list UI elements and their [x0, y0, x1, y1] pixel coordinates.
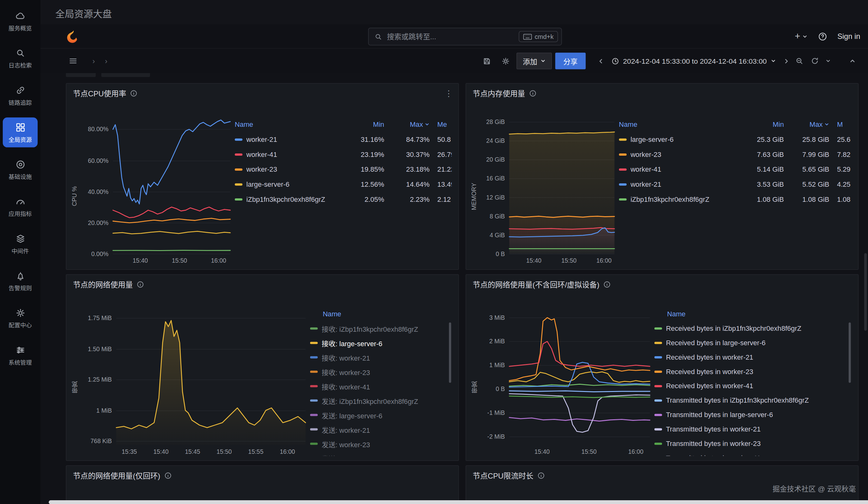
dashboard-settings-button[interactable]	[498, 53, 513, 68]
kiosk-mode-button[interactable]	[845, 53, 860, 68]
sidebar-item-app-metrics[interactable]: 应用指标	[3, 192, 38, 222]
breadcrumb-item[interactable]	[100, 57, 113, 65]
legend-header-name[interactable]: Name	[619, 121, 743, 128]
sidebar-item-infrastructure[interactable]: 基础设施	[3, 155, 38, 184]
cpu-usage-chart[interactable]: 0.00%20.00%40.00%60.00%80.00%15:4015:501…	[82, 117, 230, 264]
legend-row[interactable]: worker-23 7.63 GiB 7.99 GiB 7.82	[619, 147, 851, 162]
legend-row[interactable]: worker-21 3.53 GiB 5.52 GiB 4.25	[619, 177, 851, 192]
sidebar-item-tracing[interactable]: 链路追踪	[3, 80, 38, 110]
scrollbar-thumb[interactable]	[449, 323, 451, 383]
panel-header[interactable]: 节点的网络使用量	[66, 275, 458, 294]
legend-item[interactable]: Transmitted bytes in worker-21	[654, 422, 851, 436]
y-axis-label: CPU %	[71, 175, 78, 206]
legend-header-name[interactable]: Name	[654, 307, 851, 321]
help-button[interactable]	[817, 31, 828, 41]
add-menu-button[interactable]: +	[795, 32, 807, 41]
dashboard-scrollbar[interactable]	[864, 253, 867, 331]
info-icon[interactable]	[603, 281, 611, 288]
refresh-button[interactable]	[807, 53, 823, 68]
scrollbar-thumb[interactable]	[849, 323, 851, 383]
legend-header-name[interactable]: Name	[235, 121, 343, 128]
legend-item[interactable]: Received bytes in large-server-6	[654, 336, 851, 350]
legend-item[interactable]: 接收: worker-41	[310, 379, 452, 393]
cloud-icon	[15, 10, 26, 21]
legend-header-name[interactable]: Name	[310, 307, 452, 321]
legend-item[interactable]: 发送: worker-21	[310, 422, 452, 436]
legend-header-max[interactable]: Max	[384, 121, 430, 128]
network-usage-chart[interactable]: 768 KiB1 MiB1.25 MiB1.50 MiB1.75 MiB15:3…	[84, 307, 306, 456]
legend-item[interactable]: Received bytes in worker-21	[654, 350, 851, 365]
legend-item[interactable]: 发送: iZbp1fn3kpchr0exh8f6grZ	[310, 393, 452, 408]
panel-header[interactable]: 节点CPU使用率 ⋮	[66, 84, 458, 103]
legend-scrollbar[interactable]	[849, 322, 851, 453]
legend-item[interactable]: 接收: worker-21	[310, 350, 452, 365]
panel-menu-icon[interactable]: ⋮	[445, 89, 453, 97]
panel-header[interactable]: 节点CPU限流时长	[466, 466, 858, 485]
info-icon[interactable]	[164, 472, 171, 479]
legend-item[interactable]: 发送: large-server-6	[310, 408, 452, 422]
legend-scrollbar[interactable]	[449, 322, 451, 453]
horizontal-scrollbar[interactable]	[49, 500, 868, 504]
legend-row[interactable]: worker-41 23.19% 30.37% 26.79	[235, 147, 452, 162]
legend-row[interactable]: large-server-6 25.3 GiB 25.8 GiB 25.6	[619, 132, 851, 147]
legend-item[interactable]: Transmitted bytes in iZbp1fn3kpchr0exh8f…	[654, 393, 851, 408]
memory-usage-chart[interactable]: 0 B4 GiB8 GiB12 GiB16 GiB20 GiB24 GiB28 …	[482, 117, 614, 264]
legend-item[interactable]: Received bytes in iZbp1fn3kpchr0exh8f6gr…	[654, 321, 851, 336]
breadcrumb-item[interactable]	[87, 57, 100, 65]
share-button[interactable]: 分享	[555, 53, 585, 69]
network-usage-excl-loopback-chart[interactable]: -2 MiB-1 MiB0 B1 MiB2 MiB3 MiB15:4015:50…	[484, 307, 650, 456]
series-color-marker	[619, 168, 627, 170]
legend-item[interactable]: 发送: worker-23	[310, 436, 452, 451]
info-icon[interactable]	[529, 89, 536, 97]
legend-item[interactable]: 发送: worker-41	[310, 451, 452, 456]
panel-header[interactable]: 节点内存使用量	[466, 84, 858, 103]
legend-row[interactable]: iZbp1fn3kpchr0exh8f6grZ 2.05% 2.23% 2.12	[235, 192, 452, 207]
legend-item[interactable]: Transmitted bytes in worker-23	[654, 436, 851, 451]
panel-header[interactable]: 节点的网络使用量(仅回环)	[66, 466, 458, 485]
legend-row[interactable]: worker-21 31.16% 84.73% 50.8	[235, 132, 452, 147]
series-color-marker	[654, 429, 662, 431]
sidebar-item-service-overview[interactable]: 服务概览	[3, 6, 38, 36]
legend-item[interactable]: Received bytes in worker-41	[654, 379, 851, 393]
infrastructure-icon	[15, 159, 26, 170]
legend-max-value: 7.99 GiB	[784, 150, 829, 158]
legend-row[interactable]: iZbp1fn3kpchr0exh8f6grZ 1.08 GiB 1.08 Gi…	[619, 192, 851, 207]
zoom-out-button[interactable]	[792, 53, 807, 68]
legend-item[interactable]: 接收: iZbp1fn3kpchr0exh8f6grZ	[310, 321, 452, 336]
save-dashboard-button[interactable]	[479, 53, 495, 68]
legend-header-mean[interactable]: M	[829, 121, 851, 128]
legend-header-max[interactable]: Max	[784, 121, 829, 128]
search-input[interactable]	[387, 32, 514, 40]
legend-mean-value: 26.79	[430, 150, 452, 158]
time-range-picker[interactable]: 2024-12-04 15:33:00 to 2024-12-04 16:03:…	[607, 53, 781, 69]
legend-item[interactable]: Transmitted bytes in large-server-6	[654, 408, 851, 422]
legend-header-min[interactable]: Min	[743, 121, 784, 128]
sidebar-item-system-admin[interactable]: 系统管理	[3, 340, 38, 370]
legend-item[interactable]: Received bytes in worker-23	[654, 365, 851, 379]
time-forward-button[interactable]	[781, 53, 792, 68]
grafana-logo[interactable]	[65, 30, 80, 44]
legend-header-mean[interactable]: Me	[430, 121, 452, 128]
info-icon[interactable]	[130, 89, 137, 97]
add-panel-button[interactable]: 添加	[517, 53, 552, 69]
time-back-button[interactable]	[596, 53, 607, 68]
menu-toggle-button[interactable]	[65, 53, 81, 68]
sidebar-item-log-search[interactable]: 日志检索	[3, 43, 38, 73]
sidebar-item-middleware[interactable]: 中间件	[3, 229, 38, 259]
info-icon[interactable]	[137, 281, 144, 288]
sidebar-item-alert-rules[interactable]: 告警规则	[3, 266, 38, 296]
sign-in-button[interactable]: Sign in	[837, 32, 860, 40]
legend-item[interactable]: 接收: large-server-6	[310, 336, 452, 350]
legend-item[interactable]: 接收: worker-23	[310, 365, 452, 379]
sidebar-item-global-resources[interactable]: 全局资源	[3, 117, 38, 147]
legend-header-min[interactable]: Min	[343, 121, 384, 128]
search-box[interactable]: cmd+k	[368, 28, 562, 45]
sidebar-item-config-center[interactable]: 配置中心	[3, 303, 38, 333]
info-icon[interactable]	[537, 472, 544, 479]
legend-item[interactable]: Transmitted bytes in worker-41	[654, 451, 851, 456]
refresh-interval-dropdown[interactable]	[823, 53, 834, 68]
legend-row[interactable]: worker-23 19.85% 23.18% 21.22	[235, 162, 452, 177]
legend-row[interactable]: worker-41 5.14 GiB 5.65 GiB 5.29	[619, 162, 851, 177]
panel-header[interactable]: 节点的网络使用量(不含回环/虚拟设备)	[466, 275, 858, 294]
legend-row[interactable]: large-server-6 12.56% 14.64% 13.49	[235, 177, 452, 192]
